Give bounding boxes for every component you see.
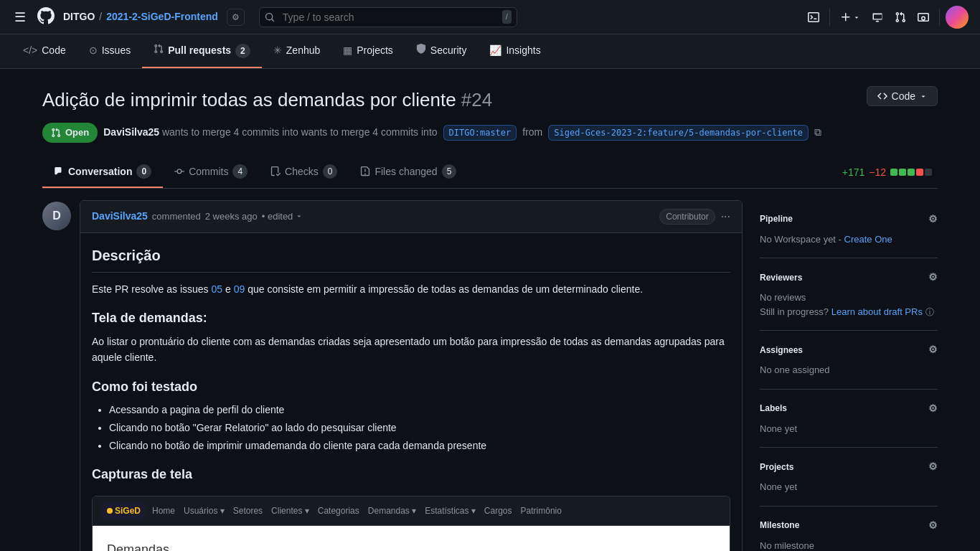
diff-bar [890, 169, 932, 176]
learn-draft-prs-link[interactable]: Learn about draft PRs [831, 306, 923, 317]
repo-name[interactable]: 2021-2-SiGeD-Frontend [106, 9, 218, 24]
diff-bar-green-2 [899, 169, 906, 176]
files-changed-count: 5 [442, 164, 457, 179]
repo-navbar: </> Code ⊙ Issues Pull requests 2 ✳ Zenh… [0, 34, 980, 69]
sidebar-milestone-value: No milestone [760, 539, 938, 552]
terminal-button[interactable] [804, 7, 824, 27]
comment-avatar-large: D [42, 202, 71, 230]
sidebar-milestone-title: Milestone ⚙ [760, 518, 938, 533]
sidebar-pipeline-title: Pipeline ⚙ [760, 212, 938, 227]
tela-text: Ao listar o prontuário do cliente com as… [92, 334, 730, 366]
sidebar-projects: Projects ⚙ None yet [760, 448, 938, 507]
sidebar-labels: Labels ⚙ None yet [760, 390, 938, 448]
info-icon[interactable]: ⓘ [925, 307, 934, 317]
plus-button[interactable] [836, 7, 864, 27]
inbox-button[interactable] [913, 7, 933, 27]
screenshot-body: Demandas [93, 526, 730, 551]
comment-card: DaviSilva25 commented 2 weeks ago • edit… [80, 200, 743, 552]
tab-files-changed[interactable]: Files changed 5 [349, 157, 468, 188]
tv-button[interactable] [867, 7, 887, 27]
create-one-link[interactable]: Create One [844, 234, 892, 245]
comment-meta-edited: • edited [262, 209, 303, 224]
list-item: Acessando a pagina de perfil do cliente [109, 402, 730, 418]
search-input[interactable] [259, 7, 517, 27]
code-button[interactable]: Code [867, 86, 938, 106]
sidebar-pipeline-value: No Workspace yet - Create One [760, 232, 938, 247]
sidebar-pipeline: Pipeline ⚙ No Workspace yet - Create One [760, 200, 938, 259]
diff-bar-green-1 [890, 169, 897, 176]
nav-projects[interactable]: ▦ Projects [331, 34, 405, 68]
comment-author-link[interactable]: DaviSilva25 [92, 209, 148, 224]
settings-icon[interactable]: ⚙ [227, 9, 245, 26]
nav-code[interactable]: </> Code [11, 34, 77, 68]
nav-issues[interactable]: ⊙ Issues [77, 34, 142, 68]
milestone-gear-icon[interactable]: ⚙ [928, 518, 938, 533]
comment-header-info: DaviSilva25 commented 2 weeks ago • edit… [92, 209, 654, 224]
checks-count: 0 [323, 164, 338, 179]
issue-05-link[interactable]: 05 [212, 283, 223, 295]
code-icon: </> [23, 43, 37, 58]
contributor-badge: Contributor [659, 209, 715, 225]
comment-options-button[interactable]: ··· [721, 208, 730, 225]
diff-bar-green-3 [908, 169, 915, 176]
pr-icon [154, 43, 164, 58]
org-name[interactable]: DITGO [63, 9, 95, 24]
search-bar: / [259, 7, 517, 27]
diff-stats: +171 −12 [837, 165, 938, 180]
pr-count-badge: 2 [235, 44, 250, 58]
issue-09-link[interactable]: 09 [234, 283, 245, 295]
sidebar-reviewers: Reviewers ⚙ No reviews Still in progress… [760, 258, 938, 331]
screenshot-nav-usuarios: Usuários ▾ [184, 504, 225, 517]
tab-conversation[interactable]: Conversation 0 [42, 157, 163, 188]
user-avatar[interactable] [946, 6, 969, 29]
description-heading: Descrição [92, 245, 730, 273]
base-branch-tag[interactable]: DITGO:master [443, 125, 517, 141]
nav-pull-requests[interactable]: Pull requests 2 [142, 34, 262, 68]
pr-tabs: Conversation 0 Commits 4 Checks 0 Files … [42, 157, 938, 189]
pull-requests-nav-button[interactable] [890, 7, 910, 27]
page-container: Adição de imprimir todas as demandas por… [31, 69, 949, 551]
nav-security[interactable]: Security [405, 34, 479, 68]
screenshot-preview: SiGeD Home Usuários ▾ Setores Clientes ▾… [92, 496, 730, 551]
screenshot-nav-clientes: Clientes ▾ [271, 504, 309, 517]
diff-bar-red-1 [916, 169, 923, 176]
issues-icon: ⊙ [89, 43, 98, 58]
screenshot-content-heading: Demandas [107, 540, 715, 551]
pr-title: Adição de imprimir todas as demandas por… [42, 86, 492, 114]
topnav-actions [804, 6, 969, 29]
comment-meta-time: 2 weeks ago [205, 209, 258, 224]
sidebar-assignees: Assignees ⚙ No one assigned [760, 331, 938, 390]
tested-list: Acessando a pagina de perfil do cliente … [92, 402, 730, 453]
screenshot-navbar: SiGeD Home Usuários ▾ Setores Clientes ▾… [93, 496, 730, 526]
reviewers-gear-icon[interactable]: ⚙ [928, 270, 938, 285]
pr-body: D DaviSilva25 commented 2 weeks ago • ed… [42, 200, 938, 552]
screenshot-nav-home: Home [152, 504, 175, 517]
diff-bar-gray-1 [925, 169, 932, 176]
comment-meta-action: commented [152, 209, 201, 224]
assignees-gear-icon[interactable]: ⚙ [928, 342, 938, 357]
gear-icon[interactable]: ⚙ [928, 212, 938, 227]
copy-icon[interactable]: ⧉ [814, 125, 821, 140]
sidebar-assignees-title: Assignees ⚙ [760, 342, 938, 357]
top-navbar: ☰ DITGO / 2021-2-SiGeD-Frontend ⚙ / [0, 0, 980, 34]
github-logo[interactable] [37, 7, 55, 27]
projects-icon: ▦ [343, 43, 352, 58]
screenshot-nav-estatisticas: Estatísticas ▾ [425, 504, 476, 517]
hamburger-button[interactable]: ☰ [11, 6, 29, 28]
head-branch-tag[interactable]: Siged-Gces-2023-2:feature/5-demandas-por… [548, 125, 809, 141]
nav-zenhub[interactable]: ✳ Zenhub [262, 34, 331, 68]
sidebar-labels-title: Labels ⚙ [760, 401, 938, 416]
sidebar-labels-value: None yet [760, 422, 938, 436]
labels-gear-icon[interactable]: ⚙ [928, 401, 938, 416]
keyboard-hint: / [502, 10, 512, 24]
pr-title-row: Adição de imprimir todas as demandas por… [42, 86, 938, 114]
projects-gear-icon[interactable]: ⚙ [928, 459, 938, 474]
screenshot-nav-categorias: Categorias [318, 504, 359, 517]
divider [829, 9, 830, 26]
screenshot-nav-links: Home Usuários ▾ Setores Clientes ▾ Categ… [152, 504, 562, 517]
tab-commits[interactable]: Commits 4 [163, 157, 259, 188]
divider-2 [939, 9, 940, 26]
nav-insights[interactable]: 📈 Insights [478, 34, 552, 68]
screenshot-nav-patrimonio: Patrimônio [521, 504, 562, 517]
tab-checks[interactable]: Checks 0 [259, 157, 349, 188]
